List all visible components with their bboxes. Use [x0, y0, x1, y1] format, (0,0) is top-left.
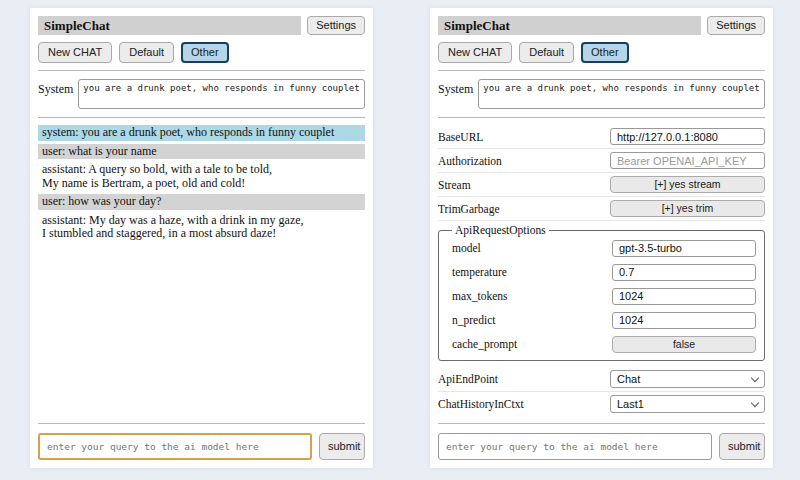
new-chat-button[interactable]: New CHAT [438, 42, 512, 63]
setting-row-temperature: temperature [452, 260, 756, 284]
chat-panel: SimpleChat Settings New CHAT Default Oth… [30, 8, 373, 468]
system-label: System [38, 79, 73, 97]
session-tab-other[interactable]: Other [181, 42, 229, 63]
setting-row-authorization: Authorization [438, 149, 765, 173]
chathistoryinctxt-label: ChatHistoryInCtxt [438, 398, 524, 410]
setting-row-trimgarbage: TrimGarbage [+] yes trim [438, 197, 765, 221]
session-tab-default[interactable]: Default [119, 42, 174, 63]
session-tab-other[interactable]: Other [581, 42, 629, 63]
header: SimpleChat Settings [438, 16, 765, 35]
chat-message-system: system: you are a drunk poet, who respon… [38, 125, 365, 141]
session-toolbar: New CHAT Default Other [38, 42, 365, 63]
system-prompt-input[interactable]: you are a drunk poet, who responds in fu… [478, 79, 765, 109]
baseurl-label: BaseURL [438, 131, 483, 143]
api-request-options-legend: ApiRequestOptions [452, 224, 549, 236]
chevron-down-icon [751, 373, 759, 381]
setting-row-baseurl: BaseURL [438, 125, 765, 149]
max-tokens-label: max_tokens [452, 290, 508, 302]
settings-panel: SimpleChat Settings New CHAT Default Oth… [430, 8, 773, 468]
apiendpoint-select[interactable]: Chat [610, 370, 765, 388]
trimgarbage-toggle-button[interactable]: [+] yes trim [610, 200, 765, 217]
setting-row-apiendpoint: ApiEndPoint Chat [438, 367, 765, 392]
session-tab-default[interactable]: Default [519, 42, 574, 63]
baseurl-input[interactable] [610, 128, 765, 145]
query-row: submit [438, 433, 765, 460]
setting-row-stream: Stream [+] yes stream [438, 173, 765, 197]
divider [38, 70, 365, 71]
chat-message-user: user: what is your name [38, 144, 365, 160]
system-prompt-row: System you are a drunk poet, who respond… [38, 79, 365, 109]
setting-row-model: model [452, 236, 756, 260]
submit-button[interactable]: submit [719, 433, 765, 460]
app-title: SimpleChat [38, 16, 301, 35]
divider [38, 423, 365, 424]
system-label: System [438, 79, 473, 97]
query-input[interactable] [438, 433, 712, 460]
divider [438, 423, 765, 424]
setting-row-cache-prompt: cache_prompt false [452, 332, 756, 356]
stream-toggle-button[interactable]: [+] yes stream [610, 176, 765, 193]
query-row: submit [38, 433, 365, 460]
trimgarbage-label: TrimGarbage [438, 203, 500, 215]
chat-log: system: you are a drunk poet, who respon… [38, 125, 365, 416]
cache-prompt-label: cache_prompt [452, 338, 517, 350]
api-request-options-fieldset: ApiRequestOptions model temperature max_… [438, 224, 765, 361]
divider [438, 117, 765, 118]
settings-button[interactable]: Settings [307, 16, 365, 35]
new-chat-button[interactable]: New CHAT [38, 42, 112, 63]
setting-row-n-predict: n_predict [452, 308, 756, 332]
authorization-label: Authorization [438, 155, 502, 167]
divider [38, 117, 365, 118]
chat-message-assistant: assistant: My day was a haze, with a dri… [38, 213, 365, 242]
cache-prompt-toggle-button[interactable]: false [612, 336, 756, 353]
temperature-input[interactable] [612, 264, 756, 281]
session-toolbar: New CHAT Default Other [438, 42, 765, 63]
model-label: model [452, 242, 481, 254]
chat-message-assistant: assistant: A query so bold, with a tale … [38, 162, 365, 191]
authorization-input[interactable] [610, 152, 765, 169]
model-input[interactable] [612, 240, 756, 257]
setting-row-chathistoryinctxt: ChatHistoryInCtxt Last1 [438, 392, 765, 416]
max-tokens-input[interactable] [612, 288, 756, 305]
apiendpoint-label: ApiEndPoint [438, 373, 498, 385]
app-title: SimpleChat [438, 16, 701, 35]
chat-message-user: user: how was your day? [38, 194, 365, 210]
n-predict-input[interactable] [612, 312, 756, 329]
query-input[interactable] [38, 433, 312, 460]
n-predict-label: n_predict [452, 314, 495, 326]
apiendpoint-selected-value: Chat [617, 373, 640, 385]
chathistoryinctxt-selected-value: Last1 [617, 398, 644, 410]
chevron-down-icon [751, 398, 759, 406]
submit-button[interactable]: submit [319, 433, 365, 460]
setting-row-max-tokens: max_tokens [452, 284, 756, 308]
system-prompt-row: System you are a drunk poet, who respond… [438, 79, 765, 109]
divider [438, 70, 765, 71]
settings-form: BaseURL Authorization Stream [+] yes str… [438, 125, 765, 416]
settings-button[interactable]: Settings [707, 16, 765, 35]
system-prompt-input[interactable]: you are a drunk poet, who responds in fu… [78, 79, 365, 109]
header: SimpleChat Settings [38, 16, 365, 35]
stream-label: Stream [438, 179, 471, 191]
temperature-label: temperature [452, 266, 507, 278]
chathistoryinctxt-select[interactable]: Last1 [610, 395, 765, 413]
